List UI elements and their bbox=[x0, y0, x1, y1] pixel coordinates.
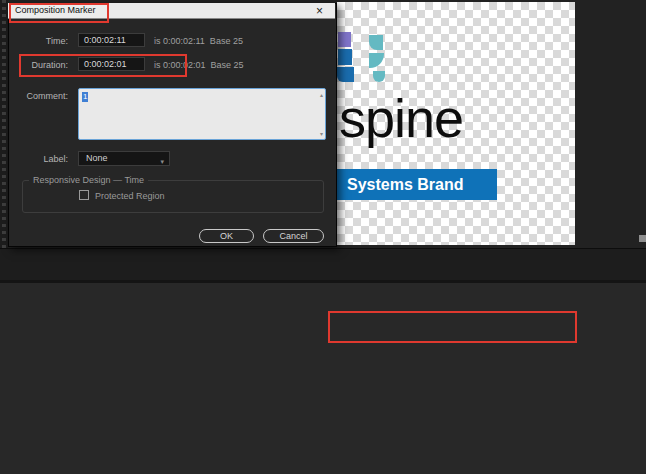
logo-banner: Systems Brand bbox=[336, 169, 497, 200]
protected-region-label: Protected Region bbox=[95, 191, 165, 201]
logo-square-teal bbox=[369, 35, 383, 50]
logo-square-blue-2 bbox=[337, 67, 354, 82]
scroll-down-icon[interactable]: ▾ bbox=[320, 130, 323, 137]
close-icon[interactable]: × bbox=[316, 4, 323, 18]
comment-selected-text: 1 bbox=[82, 92, 88, 102]
logo-square-blue bbox=[338, 49, 352, 65]
scrollbar-thumb[interactable] bbox=[639, 235, 646, 242]
logo-banner-text: Systems Brand bbox=[336, 169, 497, 200]
panel-edge-texture bbox=[2, 0, 6, 283]
responsive-design-title: Responsive Design — Time bbox=[29, 175, 148, 185]
annotation-rect-title bbox=[9, 3, 109, 23]
time-info: is 0:00:02:11 Base 25 bbox=[154, 36, 243, 46]
ok-button[interactable]: OK bbox=[199, 229, 254, 243]
time-label: Time: bbox=[8, 36, 68, 46]
comment-textarea[interactable]: 1 ▴ ▾ bbox=[78, 88, 326, 140]
annotation-rect-duration bbox=[19, 54, 187, 77]
cancel-button[interactable]: Cancel bbox=[263, 229, 324, 243]
comment-label: Comment: bbox=[8, 91, 68, 101]
after-effects-window: spine Systems Brand ∞ (33,3%) ▾ 0:00:02:… bbox=[0, 0, 646, 474]
protected-region-checkbox[interactable] bbox=[79, 190, 89, 200]
logo-square-purple bbox=[338, 32, 351, 47]
viewer-toolbar: ∞ (33,3%) ▾ 0:00:02:12 Full ▾ Active Cam… bbox=[0, 248, 646, 281]
time-input[interactable]: 0:00:02:11 bbox=[78, 33, 145, 47]
annotation-rect-marker bbox=[328, 311, 577, 343]
scroll-up-icon[interactable]: ▴ bbox=[320, 91, 323, 98]
panel-edge-strip bbox=[0, 0, 8, 283]
label-field-label: Label: bbox=[8, 154, 68, 164]
label-dropdown[interactable]: None▾ bbox=[78, 151, 170, 166]
responsive-design-group: Responsive Design — Time Protected Regio… bbox=[22, 180, 324, 213]
logo-wordmark: spine bbox=[339, 90, 463, 146]
